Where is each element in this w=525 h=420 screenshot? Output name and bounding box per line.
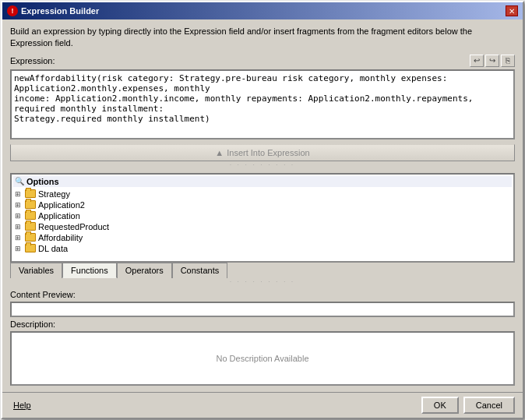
tree-item-label: Affordability	[38, 233, 83, 242]
expand-icon: ⊞	[15, 234, 23, 242]
expression-label: Expression:	[10, 56, 55, 65]
content-preview-label: Content Preview:	[10, 290, 515, 299]
insert-button-label: Insert Into Expression	[227, 148, 309, 157]
insert-arrow-icon: ▲	[215, 148, 224, 157]
expand-icon: ⊞	[15, 245, 23, 252]
expand-icon: ⊞	[15, 223, 23, 231]
tree-content: 🔍 Options ⊞ Strategy ⊞ Application2	[12, 175, 513, 261]
list-item[interactable]: ⊞ Affordability	[13, 232, 512, 243]
cancel-button[interactable]: Cancel	[463, 397, 515, 414]
close-button[interactable]: ✕	[506, 5, 518, 16]
folder-icon	[25, 200, 36, 209]
instruction-text: Build an expression by typing directly i…	[10, 26, 515, 50]
divider-dots-bottom: · · · · · · · · ·	[10, 279, 515, 284]
ok-button[interactable]: OK	[421, 397, 459, 414]
folder-icon	[25, 189, 36, 198]
list-item[interactable]: ⊞ RequestedProduct	[13, 221, 512, 232]
folder-icon	[25, 244, 36, 252]
insert-section: ▲ Insert Into Expression · · · · · · · ·…	[10, 144, 515, 168]
content-preview-input[interactable]	[10, 302, 515, 317]
tab-constants[interactable]: Constants	[172, 263, 228, 278]
dialog-content: Build an expression by typing directly i…	[2, 19, 523, 392]
expand-icon: ⊞	[15, 212, 23, 220]
undo-button[interactable]: ↩	[470, 55, 484, 67]
expression-toolbar: ↩ ↪ ⎘	[470, 55, 515, 67]
options-panel: 🔍 Options ⊞ Strategy ⊞ Application2	[10, 173, 515, 285]
title-bar-left: ! Expression Builder	[7, 5, 99, 16]
list-item[interactable]: ⊞ Strategy	[13, 189, 512, 199]
divider-dots-top: · · · · · · · · ·	[230, 162, 295, 168]
redo-button[interactable]: ↪	[485, 55, 499, 67]
insert-button[interactable]: ▲ Insert Into Expression	[10, 144, 515, 161]
tree-item-label: Application2	[38, 200, 85, 210]
dialog-footer: Help OK Cancel	[2, 392, 523, 418]
description-placeholder: No Description Available	[216, 354, 308, 363]
description-box: No Description Available	[10, 331, 515, 386]
tree-item-label: RequestedProduct	[38, 222, 109, 231]
bottom-section: Content Preview: Description: No Descrip…	[10, 290, 515, 386]
tabs-row: Variables Functions Operators Constants	[10, 263, 515, 278]
copy-button[interactable]: ⎘	[501, 55, 515, 67]
list-item[interactable]: ⊞ DL data	[13, 243, 512, 254]
title-bar: ! Expression Builder ✕	[2, 2, 523, 19]
folder-icon	[25, 233, 36, 242]
tree-item-label: Strategy	[38, 189, 70, 199]
expand-icon: ⊞	[15, 190, 23, 198]
list-item[interactable]: ⊞ Application	[13, 210, 512, 221]
tree-item-label: DL data	[38, 244, 68, 253]
help-button[interactable]: Help	[10, 399, 34, 411]
tree-header: 🔍 Options	[13, 176, 512, 187]
list-item[interactable]: ⊞ Application2	[13, 199, 512, 210]
expression-section: Expression: ↩ ↪ ⎘	[10, 55, 515, 139]
tab-variables[interactable]: Variables	[10, 263, 62, 278]
folder-icon	[25, 211, 36, 220]
app-icon: !	[7, 5, 18, 16]
tree-panel: 🔍 Options ⊞ Strategy ⊞ Application2	[10, 173, 515, 263]
options-label: Options	[26, 177, 59, 186]
description-label: Description:	[10, 319, 515, 329]
tab-functions[interactable]: Functions	[62, 263, 117, 278]
tab-operators[interactable]: Operators	[117, 263, 172, 278]
expand-icon: ⊞	[15, 201, 23, 209]
search-icon: 🔍	[15, 177, 24, 185]
tree-item-label: Application	[38, 211, 80, 221]
expression-input[interactable]	[10, 69, 515, 139]
footer-buttons: OK Cancel	[421, 397, 515, 414]
expression-builder-dialog: ! Expression Builder ✕ Build an expressi…	[1, 1, 524, 419]
folder-icon	[25, 222, 36, 231]
dialog-title: Expression Builder	[21, 6, 99, 16]
